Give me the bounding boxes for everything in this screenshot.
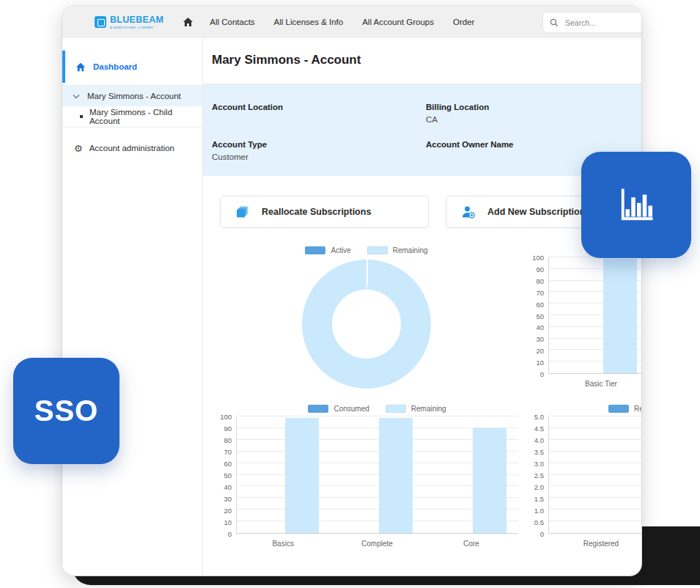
- bar-chart-badge: [581, 152, 691, 258]
- bullet-icon: [80, 115, 83, 118]
- subscriptions-legend: ConsumedRemaining: [236, 403, 518, 414]
- field-value: Customer: [212, 152, 426, 162]
- divider: [62, 127, 202, 128]
- field-billing-location: Billing Location CA: [426, 103, 641, 125]
- add-user-icon: [461, 205, 476, 219]
- nav-item-order[interactable]: Order: [453, 18, 474, 26]
- sidebar-item-label: Mary Simmons - Child Account: [89, 108, 202, 125]
- search-input[interactable]: [565, 18, 638, 27]
- field-account-type: Account Type Customer: [212, 140, 426, 162]
- reallocate-subscriptions-button[interactable]: Reallocate Subscriptions: [220, 196, 429, 228]
- y-axis: 5.04.54.03.53.02.52.01.51.00.50: [519, 416, 548, 534]
- donut-hole: [332, 290, 401, 359]
- chevron-down-icon: [73, 94, 80, 99]
- plot-area: [548, 416, 641, 534]
- stacked-squares-icon: [235, 205, 250, 219]
- nav-item-all-licenses[interactable]: All Licenses & Info: [274, 18, 344, 26]
- field-label: Account Owner Name: [426, 140, 641, 149]
- subscriptions-chart: 1009080706050403020100 BasicsCompleteCor…: [207, 416, 518, 548]
- gear-icon: ⚙: [74, 144, 83, 153]
- sidebar-item-dashboard[interactable]: Dashboard: [62, 48, 202, 85]
- logo-text: BLUEBEAM: [110, 15, 163, 25]
- bluebeam-logo: BLUEBEAM A NEMETSCHEK COMPANY: [95, 15, 163, 29]
- account-info-panel: Account Location Billing Location CA Acc…: [203, 84, 641, 176]
- donut-legend: ActiveRemaining: [236, 245, 497, 255]
- basic-tier-chart: 1009080706050403020100 Basic Tier: [519, 257, 641, 388]
- x-axis-labels: BasicsCompleteCore: [236, 540, 518, 548]
- sidebar-item-label: Account administration: [89, 144, 174, 152]
- active-indicator: [62, 51, 65, 83]
- bar-chart-icon: [615, 185, 657, 226]
- field-label: Account Type: [212, 140, 426, 149]
- registered-legend: Re: [608, 403, 641, 414]
- logo-tagline: A NEMETSCHEK COMPANY: [110, 26, 163, 29]
- page-title: Mary Simmons - Account: [203, 38, 641, 67]
- sidebar-item-label: Dashboard: [93, 62, 137, 71]
- bluebeam-logo-icon: [95, 16, 106, 28]
- field-label: Billing Location: [426, 103, 641, 111]
- app-window: BLUEBEAM A NEMETSCHEK COMPANY All Contac…: [62, 6, 641, 576]
- sidebar-item-account[interactable]: Mary Simmons - Account: [62, 86, 202, 106]
- home-icon: [75, 62, 86, 72]
- y-axis: 1009080706050403020100: [207, 416, 236, 534]
- registered-chart: 5.04.54.03.53.02.52.01.51.00.50 Register…: [519, 416, 641, 548]
- field-value: [212, 115, 426, 125]
- sidebar-item-label: Mary Simmons - Account: [87, 92, 181, 100]
- search-box[interactable]: [542, 12, 641, 33]
- button-label: Reallocate Subscriptions: [262, 207, 371, 217]
- sso-label: SSO: [34, 394, 98, 427]
- field-label: Account Location: [212, 103, 426, 111]
- main-content: Mary Simmons - Account Account Location …: [203, 38, 641, 576]
- sso-badge: SSO: [13, 358, 119, 464]
- x-axis-labels: Registered: [548, 540, 641, 548]
- nav-item-all-contacts[interactable]: All Contacts: [210, 18, 254, 26]
- top-navbar: BLUEBEAM A NEMETSCHEK COMPANY All Contac…: [62, 6, 641, 38]
- search-icon: [550, 18, 559, 27]
- plot-area: [236, 416, 518, 534]
- sidebar-item-account-administration[interactable]: ⚙ Account administration: [62, 137, 202, 159]
- sidebar-item-child-account[interactable]: Mary Simmons - Child Account: [62, 106, 202, 127]
- nav-item-all-account-groups[interactable]: All Account Groups: [362, 18, 434, 26]
- x-axis-labels: Basic Tier: [548, 380, 641, 388]
- donut-chart: [302, 260, 431, 389]
- field-account-location: Account Location: [212, 103, 426, 125]
- page: { "nav": { "logo_text": "BLUEBEAM", "log…: [0, 0, 700, 588]
- home-icon[interactable]: [183, 17, 194, 27]
- field-value: CA: [426, 115, 641, 125]
- plot-area: [548, 257, 641, 374]
- y-axis: 1009080706050403020100: [519, 257, 548, 374]
- sidebar: Dashboard Mary Simmons - Account Mary Si…: [62, 38, 203, 576]
